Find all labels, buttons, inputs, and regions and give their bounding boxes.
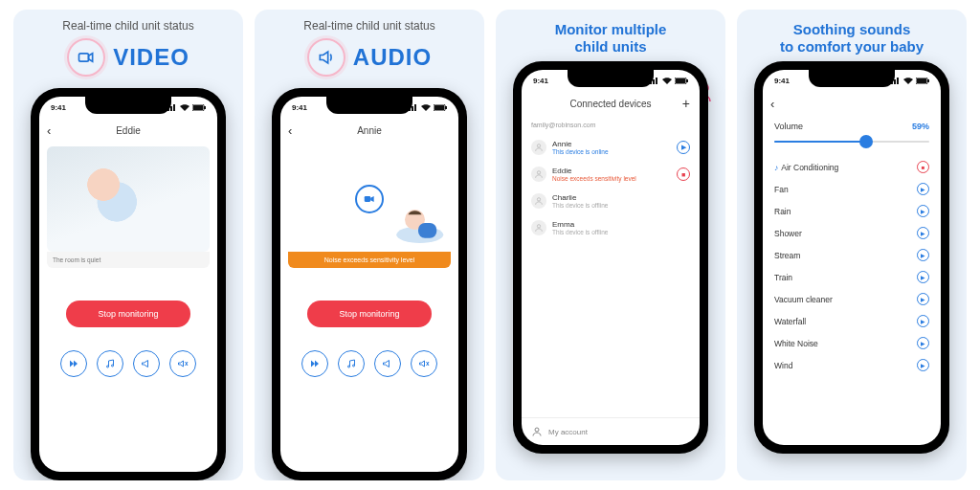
- sound-row[interactable]: Shower▶: [763, 222, 941, 244]
- devices-list: family@robinson.com AnnieThis device is …: [522, 116, 700, 417]
- stop-monitoring-button[interactable]: Stop monitoring: [307, 301, 432, 327]
- svg-rect-18: [418, 223, 436, 238]
- sound-row[interactable]: Vacuum cleaner▶: [763, 288, 941, 310]
- play-icon[interactable]: ▶: [917, 315, 929, 327]
- svg-rect-6: [204, 106, 206, 109]
- volume-value: 59%: [912, 122, 929, 131]
- volume-label: Volume: [774, 122, 803, 131]
- battery-icon: [434, 104, 447, 111]
- sound-row[interactable]: Waterfall▶: [763, 310, 941, 332]
- music-icon[interactable]: [97, 350, 123, 377]
- svg-rect-26: [656, 78, 657, 84]
- mute-icon[interactable]: [411, 350, 437, 377]
- room-status: The room is quiet: [47, 252, 210, 268]
- sound-row[interactable]: ♪Air Conditioning■: [763, 156, 941, 178]
- device-row[interactable]: EddieNoise exceeds sensitivity level■: [531, 161, 690, 188]
- svg-rect-11: [414, 104, 416, 111]
- megaphone-icon[interactable]: [133, 350, 160, 377]
- svg-rect-13: [434, 105, 444, 110]
- panel-subtitle: Real-time child unit status: [303, 19, 434, 33]
- play-icon[interactable]: ▶: [917, 205, 929, 217]
- svg-rect-15: [365, 196, 370, 202]
- megaphone-icon[interactable]: [374, 350, 401, 377]
- play-icon[interactable]: ▶: [917, 271, 929, 283]
- device-name: Charlie: [552, 193, 690, 202]
- svg-point-34: [535, 428, 539, 432]
- stop-icon[interactable]: ■: [917, 161, 929, 173]
- stop-monitoring-button[interactable]: Stop monitoring: [66, 301, 190, 327]
- music-icon[interactable]: [338, 350, 365, 377]
- audio-illustration: [288, 146, 451, 252]
- volume-slider[interactable]: [774, 141, 929, 143]
- nav-bar: Connected devices +: [522, 91, 700, 116]
- stop-icon[interactable]: ■: [677, 167, 690, 181]
- fastforward-icon[interactable]: [60, 350, 87, 377]
- avatar-icon: [531, 220, 546, 235]
- svg-rect-28: [676, 78, 685, 83]
- page-title: Connected devices: [569, 99, 651, 109]
- svg-rect-10: [412, 106, 413, 111]
- panel-devices: Monitor multiple child units 9:41 Connec…: [496, 10, 725, 480]
- sound-row[interactable]: Wind▶: [763, 354, 941, 376]
- sound-row[interactable]: White Noise▶: [763, 332, 941, 354]
- sound-name: Train: [774, 273, 792, 282]
- svg-rect-39: [897, 78, 899, 84]
- svg-point-8: [112, 365, 114, 367]
- sleeping-baby-illustration: [378, 193, 445, 246]
- svg-point-20: [353, 365, 355, 367]
- play-icon[interactable]: ▶: [917, 337, 929, 349]
- device-row[interactable]: AnnieThis device is online▶: [531, 134, 690, 161]
- panel-title: Soothing sounds to comfort your baby: [776, 19, 927, 57]
- wifi-icon: [180, 104, 189, 111]
- device-status: This device is online: [552, 148, 671, 155]
- device-row[interactable]: CharlieThis device is offline: [531, 188, 690, 214]
- sound-row[interactable]: Stream▶: [763, 244, 941, 266]
- sound-row[interactable]: Train▶: [763, 266, 941, 288]
- svg-rect-25: [653, 79, 655, 84]
- svg-point-30: [537, 145, 540, 147]
- play-icon[interactable]: ▶: [917, 227, 929, 239]
- nav-bar: ‹ Annie: [280, 118, 458, 143]
- device-status: This device is offline: [552, 202, 690, 209]
- nav-bar: ‹: [763, 91, 941, 116]
- add-device-button[interactable]: +: [682, 96, 690, 111]
- sound-row[interactable]: Rain▶: [763, 200, 941, 222]
- noise-alert: Noise exceeds sensitivity level: [288, 252, 451, 268]
- svg-rect-0: [79, 54, 89, 61]
- mute-icon[interactable]: [169, 350, 196, 377]
- svg-point-31: [537, 171, 540, 174]
- play-icon[interactable]: ▶: [917, 249, 929, 261]
- play-icon[interactable]: ▶: [917, 359, 929, 371]
- panel-sounds: Soothing sounds to comfort your baby 9:4…: [737, 10, 967, 480]
- device-row[interactable]: EmmaThis device is offline: [531, 214, 690, 241]
- mode-label: AUDIO: [353, 44, 432, 71]
- back-button[interactable]: ‹: [770, 97, 774, 111]
- svg-rect-14: [445, 106, 447, 109]
- panel-subtitle: Real-time child unit status: [62, 19, 193, 33]
- back-button[interactable]: ‹: [288, 123, 292, 138]
- sound-name: Waterfall: [774, 317, 806, 326]
- fastforward-icon[interactable]: [301, 350, 328, 377]
- play-icon[interactable]: ▶: [917, 293, 929, 305]
- camera-toggle-icon[interactable]: [355, 185, 384, 213]
- camera-icon: [67, 38, 105, 77]
- panel-title: Monitor multiple child units: [551, 19, 671, 57]
- sound-row[interactable]: Fan▶: [763, 178, 941, 200]
- status-time: 9:41: [292, 103, 307, 112]
- my-account-row[interactable]: My account: [522, 417, 700, 445]
- back-button[interactable]: ‹: [47, 123, 51, 138]
- video-preview[interactable]: [47, 146, 210, 252]
- phone-frame: 9:41 ‹ Volume 59% ♪Air Conditioning■Fan▶…: [754, 61, 949, 454]
- sound-name: White Noise: [774, 339, 818, 348]
- avatar-icon: [531, 167, 546, 182]
- sound-name: Rain: [774, 207, 791, 216]
- play-icon[interactable]: ▶: [917, 183, 929, 195]
- play-icon[interactable]: ▶: [677, 141, 690, 154]
- battery-icon: [192, 104, 206, 111]
- avatar-icon: [531, 140, 546, 155]
- device-status: This device is offline: [552, 229, 690, 235]
- phone-frame: 9:41 ‹ Annie: [272, 88, 467, 480]
- device-name: Eddie: [552, 167, 671, 175]
- svg-rect-42: [927, 79, 929, 82]
- nav-bar: ‹ Eddie: [39, 118, 217, 143]
